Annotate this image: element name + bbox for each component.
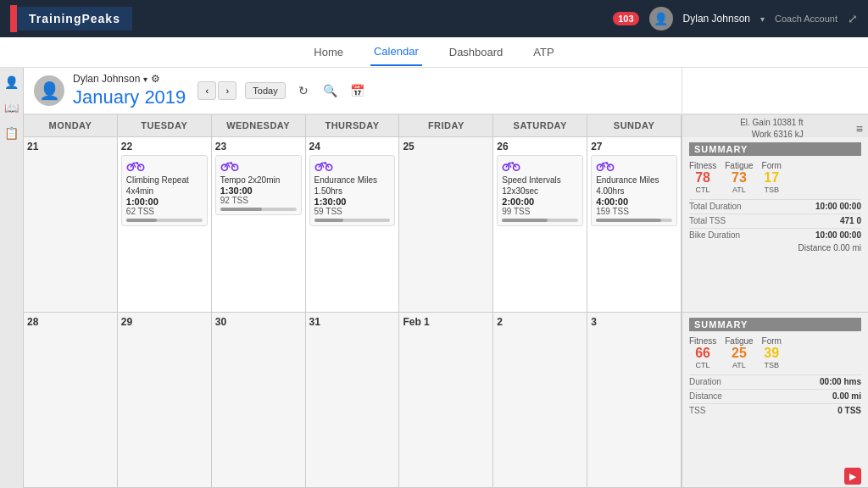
workout-tss-22: 62 TSS (126, 207, 203, 216)
form-label: Form (762, 161, 782, 170)
expand-icon[interactable]: ⤢ (848, 12, 858, 25)
prev-month-button[interactable]: ‹ (198, 81, 216, 100)
summary-metrics-2: Fitness 66 CTL Fatigue 25 ATL Form (689, 336, 861, 369)
day-number-26: 26 (497, 141, 583, 152)
bike-icon-26 (502, 159, 520, 173)
logo-flag (10, 5, 17, 32)
workout-card-24[interactable]: Endurance Miles 1.50hrs 1:30:00 59 TSS (309, 155, 396, 226)
summary-title-2: SUMMARY (689, 318, 861, 331)
dropdown-arrow-icon[interactable]: ▾ (760, 14, 765, 24)
nav-atp[interactable]: ATP (530, 39, 557, 65)
cal-user-dropdown-icon[interactable]: ▾ (143, 75, 147, 84)
day-cell-22[interactable]: 22 (118, 137, 212, 312)
refresh-icon[interactable]: ↻ (294, 81, 313, 100)
day-cell-2[interactable]: 2 (493, 313, 587, 487)
workout-bar-fill-23 (220, 208, 262, 211)
bike-duration-label: Bike Duration (689, 230, 740, 240)
day-number-27: 27 (591, 141, 677, 152)
workout-bar-22 (126, 219, 203, 222)
day-number-29: 29 (121, 316, 208, 328)
hamburger-icon[interactable]: ≡ (856, 122, 863, 136)
sidebar-person-icon[interactable]: 👤 (4, 75, 19, 90)
nav-home[interactable]: Home (310, 39, 347, 65)
workout-duration-22: 1:00:00 (126, 197, 203, 207)
workout-card-23[interactable]: Tempo 2x20min 1:30:00 92 TSS (215, 155, 302, 215)
user-name-label[interactable]: Dylan Johnson (683, 13, 750, 25)
day-cell-24[interactable]: 24 (306, 137, 400, 312)
workout-duration-24: 1:30:00 (314, 197, 391, 207)
bike-duration-row: Bike Duration 10:00 00:00 (689, 228, 861, 240)
day-cell-27[interactable]: 27 (587, 137, 682, 312)
logo-text: TrainingPeaks (17, 7, 132, 30)
today-button[interactable]: Today (245, 82, 285, 99)
bike-icon-22 (126, 159, 145, 173)
summary-title-1: SUMMARY (689, 142, 861, 156)
svg-point-14 (606, 162, 609, 164)
fitness-label-2: Fitness (689, 336, 716, 346)
el-gain-stat: El. Gain 10381 ft (740, 117, 804, 129)
notification-badge[interactable]: 103 (613, 12, 638, 25)
day-cell-30[interactable]: 30 (212, 313, 306, 487)
total-tss-value: 471 0 (840, 216, 861, 225)
sidebar-book-icon[interactable]: 📖 (4, 100, 19, 115)
workout-name-23: Tempo 2x20min (220, 175, 297, 186)
bike-duration-value: 10:00 00:00 (815, 230, 861, 240)
sidebar-doc-icon[interactable]: 📋 (4, 125, 19, 141)
next-month-button[interactable]: › (218, 81, 236, 100)
fitness-metric-2: Fitness 66 CTL (689, 336, 716, 369)
summary-panel-2: SUMMARY Fitness 66 CTL Fatigue 25 ATL (682, 313, 868, 487)
workout-duration-26: 2:00:00 (502, 197, 578, 207)
day-cell-28[interactable]: 28 (24, 313, 118, 487)
fatigue-label: Fatigue (725, 161, 753, 170)
workout-card-22[interactable]: Climbing Repeat 4x4min 1:00:00 62 TSS (121, 155, 208, 226)
tss-label-2: TSS (689, 406, 705, 415)
search-icon[interactable]: 🔍 (321, 81, 340, 100)
day-cell-3[interactable]: 3 (587, 313, 682, 487)
bottom-red-button[interactable]: ▶ (844, 468, 861, 485)
content-area: 👤 Dylan Johnson ▾ ⚙ January 2019 ‹ › Tod… (24, 68, 868, 488)
workout-name-27: Endurance Miles 4.00hrs (596, 175, 672, 197)
day-number-22: 22 (121, 141, 208, 152)
calendar-grid: MONDAY TUESDAY WEDNESDAY THURSDAY FRIDAY… (24, 115, 868, 488)
total-tss-row: Total TSS 471 0 (689, 214, 861, 225)
workout-icon-row-22 (126, 159, 203, 173)
day-cell-26[interactable]: 26 (493, 137, 587, 312)
main-layout: 👤 📖 📋 👤 Dylan Johnson ▾ ⚙ January 2019 ‹ (0, 68, 868, 488)
duration-row-2: Duration 00:00 hms (689, 374, 861, 386)
bottom-button-icon: ▶ (849, 472, 856, 481)
fitness-metric: Fitness 78 CTL (689, 161, 716, 194)
form-value-2: 39 (762, 346, 782, 361)
calendar-icon[interactable]: 📅 (348, 81, 367, 100)
workout-tss-23: 92 TSS (220, 196, 297, 205)
tss-row-2: TSS 0 TSS (689, 403, 861, 415)
fatigue-sub-2: ATL (725, 361, 753, 369)
week-row-2: 28 29 30 31 Feb 1 2 (24, 313, 868, 488)
day-cell-23[interactable]: 23 (212, 137, 306, 312)
workout-card-26[interactable]: Speed Intervals 12x30sec 2:00:00 99 TSS (497, 155, 583, 226)
svg-point-11 (512, 162, 515, 164)
workout-tss-24: 59 TSS (314, 207, 391, 216)
duration-label-2: Duration (689, 377, 721, 386)
day-cell-31[interactable]: 31 (306, 313, 400, 487)
workout-bar-fill-27 (596, 219, 660, 222)
day-cell-25[interactable]: 25 (399, 137, 493, 312)
day-cell-feb1[interactable]: Feb 1 (399, 313, 493, 487)
total-duration-label: Total Duration (689, 202, 742, 211)
workout-icon-row-24 (314, 159, 391, 173)
day-cell-21[interactable]: 21 (24, 137, 118, 312)
secondary-nav: Home Calendar Dashboard ATP (0, 37, 868, 68)
nav-dashboard[interactable]: Dashboard (446, 39, 507, 65)
day-cell-29[interactable]: 29 (118, 313, 212, 487)
summary-metrics-1: Fitness 78 CTL Fatigue 73 ATL Form (689, 161, 861, 194)
nav-calendar[interactable]: Calendar (370, 38, 422, 66)
day-number-3: 3 (591, 316, 677, 328)
fatigue-metric-2: Fatigue 25 ATL (725, 336, 753, 369)
fitness-value: 78 (689, 170, 716, 186)
top-right: 103 👤 Dylan Johnson ▾ Coach Account ⤢ (613, 7, 858, 30)
distance-value-1: 0.00 mi (833, 243, 861, 252)
avatar: 👤 (649, 7, 673, 30)
workout-card-27[interactable]: Endurance Miles 4.00hrs 4:00:00 159 TSS (591, 155, 677, 226)
cal-settings-icon[interactable]: ⚙ (151, 73, 160, 85)
total-tss-label: Total TSS (689, 216, 726, 225)
form-label-2: Form (762, 336, 782, 346)
